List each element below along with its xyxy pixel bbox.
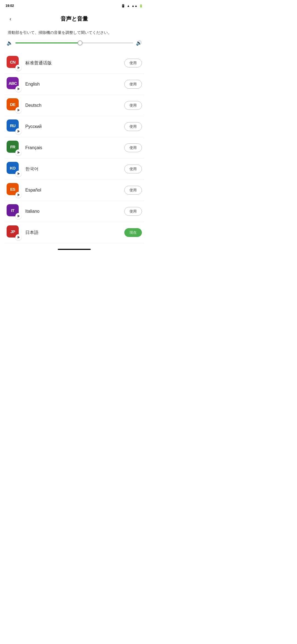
play-icon-fr xyxy=(18,151,20,154)
language-item-ru: RUРусский使用 xyxy=(4,116,144,137)
vibrate-icon: 📳 xyxy=(121,4,125,8)
lang-icon-wrap-it: IT xyxy=(7,204,21,219)
language-list: CN标准普通话版使用ABCEnglish使用DEDeutsch使用RUРусск… xyxy=(0,53,148,243)
lang-name-ko: 한국어 xyxy=(25,166,120,172)
play-icon-de xyxy=(18,109,20,111)
nav-bar xyxy=(0,243,148,253)
use-button-es[interactable]: 使用 xyxy=(124,186,142,195)
lang-name-jp: 日本語 xyxy=(25,230,120,236)
use-button-ru[interactable]: 使用 xyxy=(124,122,142,131)
play-icon-abc xyxy=(18,88,20,90)
volume-low-icon: 🔈 xyxy=(7,40,13,46)
lang-name-es: Español xyxy=(25,188,120,193)
use-button-cn[interactable]: 使用 xyxy=(124,59,142,67)
lang-name-de: Deutsch xyxy=(25,103,120,108)
language-item-es: ESEspañol使用 xyxy=(4,180,144,201)
play-button-fr[interactable] xyxy=(15,149,21,155)
use-button-de[interactable]: 使用 xyxy=(124,101,142,110)
use-button-ko[interactable]: 使用 xyxy=(124,165,142,173)
status-bar: 19:02 📳 ▲ ▲▲ 🔋 xyxy=(0,0,148,9)
slider-track xyxy=(15,42,133,43)
lang-icon-wrap-abc: ABC xyxy=(7,77,21,91)
play-icon-jp xyxy=(18,236,20,239)
lang-name-fr: Français xyxy=(25,145,120,150)
signal-icon: ▲▲ xyxy=(131,4,138,7)
language-item-fr: FRFrançais使用 xyxy=(4,137,144,159)
language-item-de: DEDeutsch使用 xyxy=(4,95,144,116)
slider-fill xyxy=(15,42,80,43)
volume-slider-row: 🔈 🔊 xyxy=(0,40,148,53)
play-icon-it xyxy=(18,215,20,217)
lang-icon-wrap-cn: CN xyxy=(7,56,21,70)
use-button-abc[interactable]: 使用 xyxy=(124,80,142,89)
lang-name-ru: Русский xyxy=(25,124,120,129)
language-item-it: ITItaliano使用 xyxy=(4,201,144,222)
slider-thumb[interactable] xyxy=(78,40,82,45)
play-button-es[interactable] xyxy=(15,192,21,198)
use-button-fr[interactable]: 使用 xyxy=(124,143,142,152)
play-icon-es xyxy=(18,193,20,196)
language-item-ko: KO한국어使用 xyxy=(4,159,144,180)
play-icon-cn xyxy=(18,66,20,69)
lang-icon-wrap-ru: RU xyxy=(7,119,21,134)
header: ‹ 音声と音量 xyxy=(0,9,148,27)
battery-icon: 🔋 xyxy=(139,4,143,8)
play-icon-ko xyxy=(18,172,20,175)
language-item-jp: JP日本語現在 xyxy=(4,222,144,243)
lang-icon-wrap-jp: JP xyxy=(7,225,21,240)
use-button-it[interactable]: 使用 xyxy=(124,207,142,216)
play-button-cn[interactable] xyxy=(15,65,21,71)
language-item-cn: CN标准普通话版使用 xyxy=(4,53,144,74)
home-indicator xyxy=(58,249,91,250)
lang-name-abc: English xyxy=(25,82,120,87)
status-icons: 📳 ▲ ▲▲ 🔋 xyxy=(121,4,143,8)
lang-name-it: Italiano xyxy=(25,209,120,214)
play-button-abc[interactable] xyxy=(15,86,21,92)
use-button-jp[interactable]: 現在 xyxy=(124,228,142,237)
volume-slider[interactable] xyxy=(15,40,133,46)
lang-name-cn: 标准普通话版 xyxy=(25,60,120,66)
back-button[interactable]: ‹ xyxy=(6,14,15,24)
play-button-jp[interactable] xyxy=(15,234,21,240)
page-title: 音声と音量 xyxy=(15,15,133,23)
status-time: 19:02 xyxy=(6,4,14,8)
instruction-text: 滑動部を引いて、掃除機の音量を調整して聞いてください。 xyxy=(0,27,148,40)
play-button-ko[interactable] xyxy=(15,171,21,177)
play-button-ru[interactable] xyxy=(15,128,21,134)
lang-icon-wrap-fr: FR xyxy=(7,141,21,155)
volume-high-icon: 🔊 xyxy=(136,40,142,46)
back-icon: ‹ xyxy=(10,16,12,22)
language-item-abc: ABCEnglish使用 xyxy=(4,74,144,95)
play-button-it[interactable] xyxy=(15,213,21,219)
wifi-icon: ▲ xyxy=(127,4,130,7)
lang-icon-wrap-es: ES xyxy=(7,183,21,197)
lang-icon-wrap-ko: KO xyxy=(7,162,21,176)
lang-icon-wrap-de: DE xyxy=(7,98,21,113)
play-button-de[interactable] xyxy=(15,107,21,113)
play-icon-ru xyxy=(18,130,20,133)
